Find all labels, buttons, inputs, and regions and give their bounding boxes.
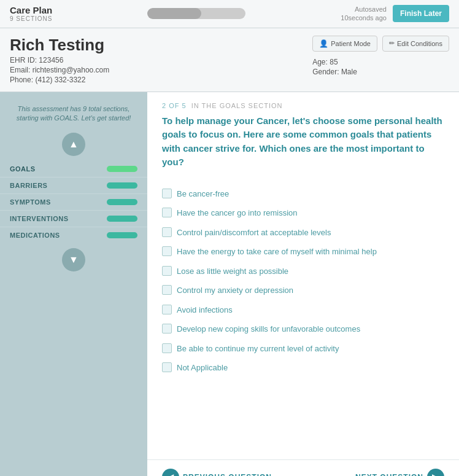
barriers-progress [107,182,137,189]
option-item-1[interactable]: Have the cancer go into remission [162,203,444,223]
options-checklist: Be cancer-free Have the cancer go into r… [147,184,459,455]
option-label-6: Avoid infections [177,304,233,316]
patient-action-buttons: 👤 Patient Mode ✏ Edit Conditions [312,36,449,52]
sections-count: 9 SECTIONS [10,15,52,22]
checkbox-2[interactable] [162,227,172,237]
interventions-progress [107,216,137,222]
overall-progress-fill [147,8,201,19]
sidebar-item-symptoms[interactable]: SYMPTOMS [0,193,147,210]
previous-question-button[interactable]: ◀ PREVIOUS QUESTION [162,469,272,476]
care-plan-title: Care Plan [10,5,52,15]
option-item-6[interactable]: Avoid infections [162,300,444,320]
patient-info-bar: Rich Testing EHR ID: 123456 Email: richt… [0,28,459,92]
checkbox-9[interactable] [162,362,172,372]
option-label-3: Have the energy to take care of myself w… [177,246,377,258]
checkbox-3[interactable] [162,246,172,256]
question-counter: 2 OF 5 IN THE GOALS SECTION [162,102,444,109]
checkbox-4[interactable] [162,266,172,276]
option-item-7[interactable]: Develop new coping skills for unfavorabl… [162,319,444,339]
goals-progress [107,166,137,172]
option-label-0: Be cancer-free [177,188,229,200]
option-label-2: Control pain/discomfort at acceptable le… [177,227,331,239]
patient-phone: Phone: (412) 332-3322 [10,76,109,84]
option-label-7: Develop new coping skills for unfavorabl… [177,323,360,335]
sidebar-intro-text: This assessment has 9 total sections, st… [0,99,147,131]
option-item-2[interactable]: Control pain/discomfort at acceptable le… [162,223,444,243]
overall-progress [147,8,245,19]
prev-icon: ◀ [162,469,179,476]
symptoms-progress [107,199,137,205]
option-label-1: Have the cancer go into remission [177,207,298,219]
checkbox-6[interactable] [162,305,172,314]
option-item-0[interactable]: Be cancer-free [162,184,444,204]
finish-later-button[interactable]: Finish Later [393,5,449,22]
patient-age-gender: Age: 85 Gender: Male [312,57,449,76]
question-text: To help manage your Cancer, let's choose… [162,114,444,170]
option-label-5: Control my anxiety or depression [177,284,293,297]
checkbox-7[interactable] [162,324,172,334]
patient-email: Email: richtesting@yahoo.com [10,66,109,74]
navigation-footer: ◀ PREVIOUS QUESTION NEXT QUESTION ▶ [147,459,459,476]
sidebar: This assessment has 9 total sections, st… [0,92,147,476]
edit-icon: ✏ [389,39,395,47]
overall-progress-bar [147,8,245,19]
content-area: 2 OF 5 IN THE GOALS SECTION To help mana… [147,92,459,476]
care-plan-title-group: Care Plan 9 SECTIONS [10,5,52,22]
next-question-button[interactable]: NEXT QUESTION ▶ [355,469,444,476]
main-layout: This assessment has 9 total sections, st… [0,92,459,476]
patient-name: Rich Testing [10,36,109,55]
patient-mode-button[interactable]: 👤 Patient Mode [312,36,377,52]
checkbox-1[interactable] [162,208,172,217]
patient-ehr: EHR ID: 123456 [10,56,109,64]
top-bar-actions: Autosaved 10seconds ago Finish Later [341,5,449,23]
sidebar-item-interventions[interactable]: INTERVENTIONS [0,210,147,227]
question-header: 2 OF 5 IN THE GOALS SECTION To help mana… [147,92,459,184]
sidebar-scroll-up[interactable]: ▲ [62,133,85,156]
top-bar: Care Plan 9 SECTIONS Autosaved 10seconds… [0,0,459,28]
patient-age: Age: 85 [312,58,449,66]
person-icon: 👤 [319,39,328,48]
patient-right-col: 👤 Patient Mode ✏ Edit Conditions Age: 85… [312,36,449,76]
checkbox-8[interactable] [162,343,172,353]
sidebar-item-medications[interactable]: MEDICATIONS [0,227,147,243]
option-item-5[interactable]: Control my anxiety or depression [162,281,444,300]
sidebar-nav: GOALS BARRIERS SYMPTOMS INTERVENTIONS ME… [0,158,147,246]
option-label-4: Lose as little weight as possible [177,265,288,278]
medications-progress [107,232,137,238]
checkbox-0[interactable] [162,189,172,198]
autosaved-status: Autosaved 10seconds ago [341,5,387,23]
option-item-3[interactable]: Have the energy to take care of myself w… [162,242,444,262]
edit-conditions-button[interactable]: ✏ Edit Conditions [382,36,449,52]
sidebar-item-goals[interactable]: GOALS [0,161,147,177]
option-item-4[interactable]: Lose as little weight as possible [162,262,444,281]
option-item-9[interactable]: Not Applicable [162,358,444,378]
patient-gender: Gender: Male [312,68,449,76]
option-item-8[interactable]: Be able to continue my current level of … [162,339,444,359]
patient-details: Rich Testing EHR ID: 123456 Email: richt… [10,36,109,84]
sidebar-scroll-down[interactable]: ▼ [62,248,85,271]
checkbox-5[interactable] [162,285,172,295]
sidebar-item-barriers[interactable]: BARRIERS [0,177,147,193]
option-label-8: Be able to continue my current level of … [177,343,339,355]
option-label-9: Not Applicable [177,362,228,374]
next-icon: ▶ [427,469,444,476]
